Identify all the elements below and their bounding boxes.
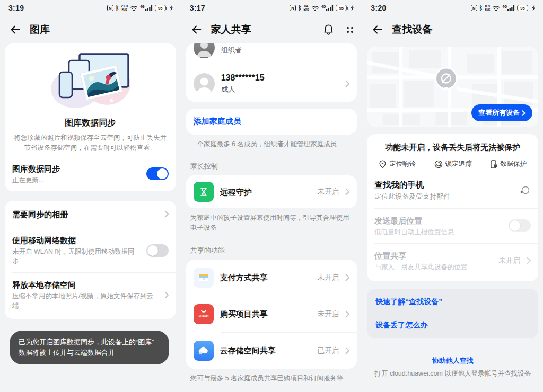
remote-guard-hourglass-icon xyxy=(194,182,214,202)
purchase-sharing-row[interactable]: HUAWEI 购买项目共享 未开启 xyxy=(186,296,357,332)
row-state: 未开启 xyxy=(318,309,339,319)
row-label: 发送最后位置 xyxy=(374,215,502,226)
family-members-card: 组织者 138******15 成人 xyxy=(186,43,357,102)
row-state: 已开启 xyxy=(318,346,339,355)
member-limit-hint: 一个家庭最多 6 名成员，组织者才能管理家庭成员 xyxy=(190,139,353,149)
member-avatar xyxy=(194,73,215,94)
row-state: 未开启 xyxy=(318,187,339,197)
row-subtitle: 低电量时自动上报位置信息 xyxy=(374,227,502,237)
loading-spinner-icon xyxy=(519,185,531,195)
row-state: 未开启 xyxy=(318,273,339,282)
device-map-card[interactable]: 查看所有设备 xyxy=(367,47,538,127)
assist-others-link[interactable]: 协助他人查找 xyxy=(362,356,543,366)
chevron-right-icon xyxy=(345,310,349,318)
location-pin-icon xyxy=(379,160,387,168)
row-subtitle: 未开启 WLAN 时，无限制使用移动数据同步 xyxy=(12,247,140,266)
screen-family-sharing: 3:17 N ᛒ 84B/s 4G 95 家人共享 组织者 xyxy=(181,0,362,392)
notification-bell-icon[interactable] xyxy=(323,24,334,35)
row-label: 查找我的手机 xyxy=(374,179,513,191)
nfc-icon: N xyxy=(471,5,477,11)
page-title: 查找设备 xyxy=(392,23,535,37)
wifi-icon xyxy=(311,5,319,11)
location-share-row: 位置共享 与家人、朋友共享此设备的位置 未开启 xyxy=(367,244,538,280)
row-label: 释放本地存储空间 xyxy=(12,279,158,290)
payment-sharing-row[interactable]: 支付方式共享 未开启 xyxy=(186,260,357,296)
row-subtitle: 定位此设备及受支持配件 xyxy=(374,192,513,202)
wallet-icon xyxy=(194,268,214,288)
shared-section-label: 共享的功能 xyxy=(190,246,353,255)
member-row[interactable]: 138******15 成人 xyxy=(186,66,357,102)
help-links-card: 快速了解“查找设备” 设备丢了怎么办 xyxy=(367,289,538,338)
back-arrow-icon[interactable] xyxy=(372,24,383,35)
chevron-right-icon xyxy=(345,274,349,281)
chevron-right-icon xyxy=(345,80,349,87)
device-lost-help-link[interactable]: 设备丢了怎么办 xyxy=(375,314,530,337)
free-space-row[interactable]: 释放本地存储空间 压缩不常用的本地照片/视频，原始文件保存到云端 xyxy=(5,273,176,319)
add-member-card[interactable]: 添加家庭成员 xyxy=(186,109,357,135)
albums-to-sync-row[interactable]: 需要同步的相册 xyxy=(5,201,176,228)
page-title: 图库 xyxy=(30,23,172,37)
assist-instructions: 打开 cloud.huawei.com 以便他人登录帐号并查找设备 xyxy=(362,369,543,378)
hero: 图库数据同步 将您珍藏的照片和视频保存至云空间，可防止丢失并节省设备存储空间，在… xyxy=(5,43,176,154)
chevron-right-icon xyxy=(527,257,531,264)
toggle-label: 图库数据同步 xyxy=(12,163,140,174)
view-all-devices-button[interactable]: 查看所有设备 xyxy=(471,104,532,121)
cell-signal-icon: 4G xyxy=(321,5,334,11)
appgallery-icon: HUAWEI xyxy=(194,304,214,324)
status-bar: 3:20 N ᛒ 8.9K/s 4G 95 xyxy=(362,0,543,16)
send-last-location-toggle xyxy=(509,219,531,232)
charging-icon xyxy=(350,5,354,11)
parental-hint: 为家庭中的孩子设置屏幕使用时间等，引导其合理使用电子设备 xyxy=(190,213,353,233)
clock: 3:19 xyxy=(8,4,24,12)
page-title: 家人共享 xyxy=(211,23,315,37)
more-grid-icon[interactable] xyxy=(347,27,353,33)
gallery-sync-toggle-row[interactable]: 图库数据同步 正在更新... xyxy=(5,157,176,191)
wifi-icon xyxy=(130,5,138,11)
nfc-icon: N xyxy=(107,5,113,11)
row-label: 需要同步的相册 xyxy=(12,209,158,220)
remote-guard-row[interactable]: 远程守护 未开启 xyxy=(186,175,357,208)
screen-find-device: 3:20 N ᛒ 8.9K/s 4G 95 查找设备 xyxy=(362,0,543,392)
mobile-data-toggle[interactable] xyxy=(146,244,169,257)
member-role: 成人 xyxy=(221,84,339,95)
assist-footer: 协助他人查找 打开 cloud.huawei.com 以便他人登录帐号并查找设备 xyxy=(362,356,543,378)
remote-guard-card: 远程守护 未开启 xyxy=(186,175,357,208)
sync-enabled-toast: 已为您开启图库数据同步，此设备上的“图库”数据将被上传并与云端数据合并 xyxy=(10,331,169,364)
bluetooth-icon: ᛒ xyxy=(298,5,302,11)
cloud-storage-sharing-row[interactable]: 云存储空间共享 已开启 xyxy=(186,333,357,369)
wifi-icon xyxy=(492,5,500,11)
status-icons: N ᛒ 8.9K/s 4G 95 xyxy=(471,5,536,12)
gallery-sync-toggle[interactable] xyxy=(146,167,169,180)
page-header: 查找设备 xyxy=(362,16,543,43)
cloud-icon xyxy=(194,341,214,361)
organizer-row[interactable]: 组织者 xyxy=(186,43,357,66)
find-settings-card: 功能未开启，设备丢失后将无法被保护 定位响铃 锁定追踪 数据保护 查找我的手机 … xyxy=(367,134,538,281)
learn-find-device-link[interactable]: 快速了解“查找设备” xyxy=(375,290,530,314)
chevron-right-icon xyxy=(164,210,169,218)
status-bar: 3:19 N ᛒ 21.3K/s 4G 95 xyxy=(0,0,181,16)
row-state: 未开启 xyxy=(499,256,521,265)
cell-signal-icon: 4G xyxy=(502,5,515,11)
back-arrow-icon[interactable] xyxy=(191,24,203,35)
find-my-phone-row[interactable]: 查找我的手机 定位此设备及受支持配件 xyxy=(367,173,538,208)
gallery-sync-illustration xyxy=(48,51,133,110)
clock: 3:20 xyxy=(371,4,386,12)
shared-features-card: 支付方式共享 未开启 HUAWEI 购买项目共享 未开启 云存储空间共享 已开启 xyxy=(186,260,357,369)
feature-track: 锁定追踪 xyxy=(434,159,472,168)
row-label: 位置共享 xyxy=(374,250,492,261)
gallery-sync-card: 图库数据同步 将您珍藏的照片和视频保存至云空间，可防止丢失并节省设备存储空间，在… xyxy=(5,43,176,191)
row-label: 使用移动网络数据 xyxy=(12,235,140,246)
parental-section-label: 家长控制 xyxy=(190,162,353,171)
clock: 3:17 xyxy=(190,4,205,12)
shared-hint: 您可与最多 5 名家庭成员共享已购项目和订阅服务等 xyxy=(190,373,353,384)
status-icons: N ᛒ 21.3K/s 4G 95 xyxy=(107,5,173,12)
back-arrow-icon[interactable] xyxy=(10,24,21,35)
nfc-icon: N xyxy=(290,5,296,11)
member-name: 138******15 xyxy=(221,73,339,83)
mobile-data-row[interactable]: 使用移动网络数据 未开启 WLAN 时，无限制使用移动数据同步 xyxy=(5,228,176,272)
charging-icon xyxy=(169,5,173,11)
row-label: 支付方式共享 xyxy=(220,272,311,283)
feature-list: 定位响铃 锁定追踪 数据保护 xyxy=(370,159,535,168)
add-member-button[interactable]: 添加家庭成员 xyxy=(194,117,241,126)
battery-icon: 95 xyxy=(517,5,529,11)
